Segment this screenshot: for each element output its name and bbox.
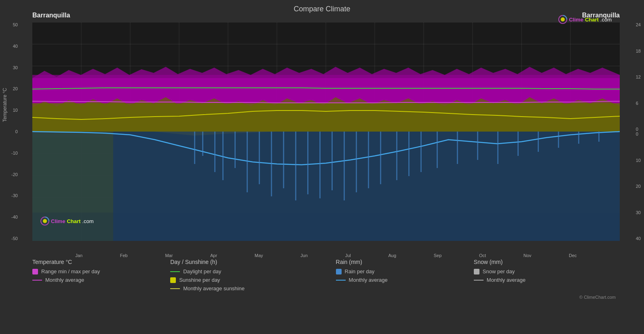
legend-col-temperature: Temperature °C Range min / max per day M… [32,259,170,291]
legend-item-temp-range: Range min / max per day [32,268,170,274]
svg-rect-57 [558,132,559,148]
legend-col1-title: Temperature °C [32,259,170,265]
y-tick-left-50: 50 [13,22,18,27]
svg-rect-51 [437,132,438,168]
x-label-jan: Jan [75,253,82,258]
svg-rect-54 [497,132,498,164]
y-tick-left-30: 30 [13,65,18,70]
legend-item-sunshine-avg: Monthly average sunshine [170,285,336,291]
legend-col3-title: Rain (mm) [336,259,474,265]
y-tick-left-n10: -10 [11,151,18,155]
svg-rect-59 [598,132,600,142]
legend-item-sunshine: Sunshine per day [170,277,336,283]
y-tick-left-0: 0 [15,129,18,134]
y-axis-left: 50 40 30 20 10 0 -10 -20 -30 -40 -50 [11,22,18,241]
svg-point-61 [43,219,47,223]
y-tick-left-n40: -40 [11,215,18,219]
copyright: © ClimeChart.com [0,295,644,300]
y-tick-left-n50: -50 [11,236,18,241]
legend-item-temp-avg: Monthly average [32,277,170,283]
y-tick-left-10: 10 [13,108,18,113]
svg-rect-58 [578,132,579,144]
legend-item-daylight: Daylight per day [170,268,336,274]
svg-rect-35 [234,132,236,168]
x-label-oct: Oct [479,253,486,258]
svg-marker-30 [32,132,620,241]
svg-rect-39 [283,132,284,188]
chart-wrapper: Barranquilla Barranquilla 50 40 30 20 10… [32,15,620,258]
x-label-mar: Mar [165,253,173,258]
svg-rect-34 [222,132,224,180]
y-tick-right-40: 40 [636,236,641,241]
legend-item-rain-avg: Monthly average [336,277,474,283]
y-tick-right-18: 18 [636,49,641,53]
svg-rect-53 [477,132,478,160]
y-tick-right-30: 30 [636,210,641,215]
svg-rect-37 [259,132,260,184]
svg-rect-48 [396,132,397,180]
y-axis-right-top: 24 18 12 6 0 [636,22,641,132]
svg-rect-40 [295,132,296,200]
y-tick-right-6: 6 [636,101,638,106]
x-label-feb: Feb [120,253,128,258]
legend-col-sunshine: Day / Sunshine (h) Daylight per day Suns… [170,259,336,291]
y-tick-right-12: 12 [636,74,641,79]
legend-col-rain: Rain (mm) Rain per day Monthly average [336,259,474,291]
x-label-may: May [255,253,263,258]
y-tick-left-20: 20 [13,86,18,91]
svg-rect-38 [271,132,272,196]
x-label-apr: Apr [210,253,217,258]
svg-rect-36 [247,132,248,192]
legend-item-rain: Rain per day [336,268,474,274]
y-tick-right-0b: 0 [636,132,638,136]
legend-area: Temperature °C Range min / max per day M… [0,254,644,291]
page-wrapper: Compare Climate Barranquilla Barranquill… [0,0,644,334]
svg-point-63 [561,17,565,21]
x-label-sep: Sep [434,253,442,258]
x-axis: Jan Feb Mar Apr May Jun Jul Aug Sep Oct … [32,253,620,258]
legend-item-snow-avg: Monthly average [474,277,612,283]
x-label-dec: Dec [569,253,577,258]
svg-rect-44 [344,132,345,200]
svg-rect-41 [307,132,308,194]
watermark-right: ClimeChart.com [558,15,612,24]
y-tick-right-0t: 0 [636,127,638,132]
svg-rect-32 [202,132,203,156]
svg-rect-52 [457,132,458,164]
svg-rect-45 [356,132,357,192]
svg-rect-33 [214,132,215,172]
svg-rect-42 [319,132,321,198]
legend-item-snow: Snow per day [474,268,612,274]
city-label-left: Barranquilla [32,12,70,19]
watermark-left: ClimeChart.com [40,217,94,226]
svg-rect-56 [538,132,539,152]
svg-rect-55 [517,132,519,156]
svg-rect-31 [194,132,195,164]
y-tick-left-40: 40 [13,44,18,49]
y-tick-right-24: 24 [636,22,641,27]
svg-rect-43 [332,132,333,190]
svg-rect-47 [380,132,381,184]
svg-rect-49 [408,132,410,176]
page-title: Compare Climate [0,0,644,15]
y-tick-right-10: 10 [636,158,641,163]
x-label-nov: Nov [524,253,532,258]
svg-rect-50 [420,132,422,172]
y-tick-left-n30: -30 [11,193,18,198]
y-left-title: Temperature °C [2,88,8,122]
legend-col-snow: Snow (mm) Snow per day Monthly average [474,259,612,291]
y-tick-left-n20: -20 [11,172,18,177]
legend-col4-title: Snow (mm) [474,259,612,265]
y-tick-right-20: 20 [636,184,641,189]
chart-svg [32,22,620,241]
x-label-jun: Jun [300,253,308,258]
legend-col2-title: Day / Sunshine (h) [170,259,336,265]
x-label-jul: Jul [345,253,351,258]
x-label-aug: Aug [388,253,396,258]
y-axis-right-bottom: 0 10 20 30 40 [636,132,641,241]
svg-rect-46 [368,132,369,188]
